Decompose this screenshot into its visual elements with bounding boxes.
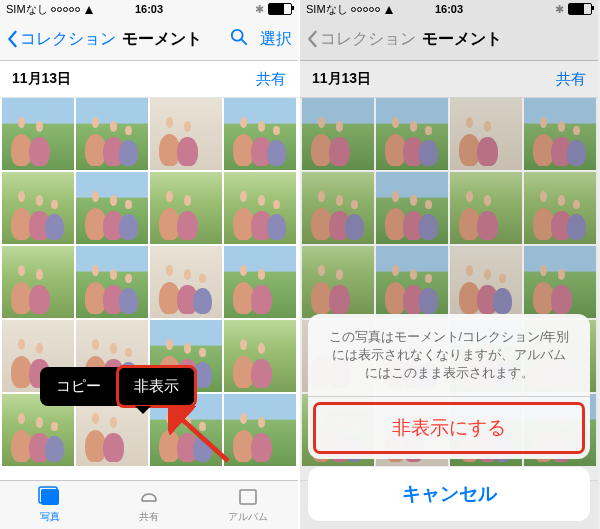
photo-thumbnail[interactable] bbox=[224, 246, 296, 318]
context-menu: コピー 非表示 bbox=[40, 367, 195, 406]
svg-rect-5 bbox=[240, 490, 256, 504]
carrier-text: SIMなし bbox=[6, 2, 48, 17]
section-header: 11月13日 共有 bbox=[0, 61, 298, 98]
nav-bar: コレクション モーメント 選択 bbox=[0, 18, 298, 61]
photos-tab-icon bbox=[38, 486, 62, 508]
svg-line-2 bbox=[176, 414, 228, 461]
photo-thumbnail[interactable] bbox=[2, 172, 74, 244]
back-button[interactable]: コレクション bbox=[6, 29, 116, 50]
sheet-message: この写真はモーメント/コレクション/年別には表示されなくなりますが、アルバムには… bbox=[308, 314, 590, 397]
tab-photos[interactable]: 写真 bbox=[0, 481, 99, 529]
photo-thumbnail[interactable] bbox=[224, 172, 296, 244]
bluetooth-icon: ✱ bbox=[255, 3, 264, 16]
albums-tab-icon bbox=[236, 486, 260, 508]
menu-hide[interactable]: 非表示 bbox=[118, 367, 195, 406]
photo-thumbnail[interactable] bbox=[224, 98, 296, 170]
battery-icon bbox=[268, 3, 292, 15]
tab-bar: 写真 共有 アルバム bbox=[0, 480, 298, 529]
photo-thumbnail[interactable] bbox=[76, 246, 148, 318]
photo-thumbnail[interactable] bbox=[2, 246, 74, 318]
svg-line-1 bbox=[242, 40, 247, 45]
menu-copy[interactable]: コピー bbox=[40, 367, 117, 406]
signal-dots-icon bbox=[51, 7, 80, 12]
photo-thumbnail[interactable] bbox=[76, 98, 148, 170]
tab-shared[interactable]: 共有 bbox=[99, 481, 198, 529]
photo-thumbnail[interactable] bbox=[150, 98, 222, 170]
sheet-cancel-button[interactable]: キャンセル bbox=[308, 467, 590, 521]
photo-thumbnail[interactable] bbox=[150, 172, 222, 244]
search-button[interactable] bbox=[230, 28, 248, 50]
nav-title: モーメント bbox=[122, 29, 202, 50]
sheet-hide-button[interactable]: 非表示にする bbox=[312, 401, 586, 455]
tab-label: 写真 bbox=[40, 510, 60, 524]
section-share-button[interactable]: 共有 bbox=[256, 70, 286, 89]
chevron-left-icon bbox=[6, 30, 18, 48]
photo-thumbnail[interactable] bbox=[224, 320, 296, 392]
tab-label: アルバム bbox=[228, 510, 268, 524]
menu-tail-icon bbox=[135, 406, 151, 414]
status-bar: SIMなし 16:03 ✱ bbox=[0, 0, 298, 18]
action-sheet: この写真はモーメント/コレクション/年別には表示されなくなりますが、アルバムには… bbox=[308, 314, 590, 521]
search-icon bbox=[230, 28, 248, 46]
section-date: 11月13日 bbox=[12, 70, 71, 88]
wifi-icon bbox=[83, 4, 95, 14]
photo-thumbnail[interactable] bbox=[150, 246, 222, 318]
photo-thumbnail[interactable] bbox=[2, 98, 74, 170]
annotation-arrow-icon bbox=[168, 406, 238, 466]
select-button[interactable]: 選択 bbox=[260, 29, 292, 50]
tab-albums[interactable]: アルバム bbox=[199, 481, 298, 529]
tab-label: 共有 bbox=[139, 510, 159, 524]
svg-point-0 bbox=[232, 30, 243, 41]
back-label: コレクション bbox=[20, 29, 116, 50]
shared-tab-icon bbox=[137, 486, 161, 508]
photo-thumbnail[interactable] bbox=[76, 172, 148, 244]
